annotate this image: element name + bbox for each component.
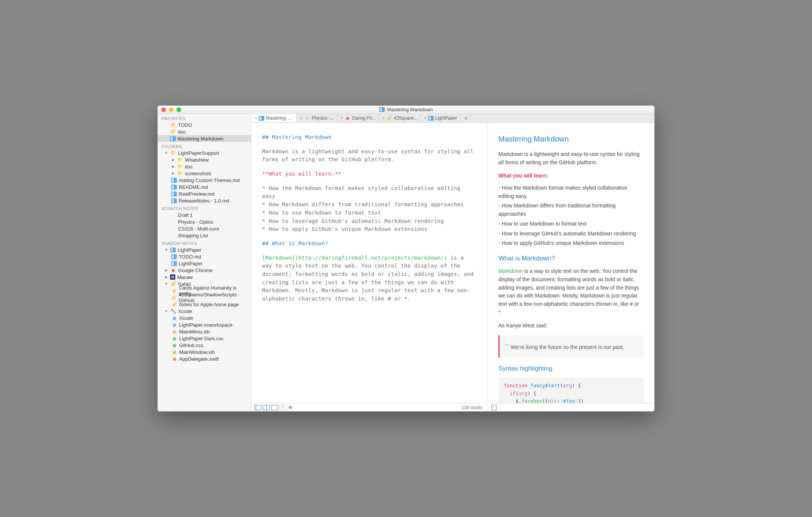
- editor-heading: ## What is Markdown?: [262, 240, 328, 246]
- disclosure-icon[interactable]: ▼: [164, 282, 168, 286]
- sidebar-item[interactable]: 📁doc: [158, 128, 251, 135]
- file-icon: ▫: [170, 226, 176, 231]
- css-icon: ▦: [171, 343, 177, 348]
- disclosure-icon[interactable]: ▶: [171, 171, 175, 175]
- sidebar-item[interactable]: ▼📁LightPaperSupport: [158, 149, 251, 156]
- zoom-button[interactable]: [176, 107, 181, 112]
- disclosure-icon[interactable]: ▼: [164, 151, 168, 155]
- panes: ## Mastering Markdown Markdown is a ligh…: [251, 123, 654, 403]
- sidebar-item-label: Macaw: [177, 274, 193, 280]
- sync-scroll-icon[interactable]: ↕: [491, 405, 497, 410]
- disclosure-icon[interactable]: ▶: [171, 158, 175, 162]
- app-icon: [170, 136, 176, 141]
- sidebar-item-label: LightPaper: [178, 247, 201, 253]
- disclosure-icon[interactable]: ▶: [164, 275, 168, 279]
- preview-para: Markdown is a lightweight and easy-to-us…: [498, 150, 644, 167]
- toggle-sidebar-icon[interactable]: [255, 405, 261, 410]
- folder-icon: 📁: [177, 171, 183, 176]
- new-tab-button[interactable]: +: [461, 114, 471, 122]
- tab[interactable]: ×◉Daring Fir...: [337, 114, 379, 122]
- preview-h3: What is Markdown?: [498, 254, 644, 263]
- editor-bullet: * How the Markdown format makes styled c…: [262, 185, 464, 199]
- app-icon: [171, 178, 177, 183]
- preview-toggle-icon[interactable]: 👁: [288, 405, 293, 411]
- folders-header: FOLDERS: [158, 142, 251, 149]
- close-tab-icon[interactable]: ×: [340, 115, 343, 121]
- close-tab-icon[interactable]: ×: [300, 115, 303, 121]
- sidebar-item[interactable]: ▦GitHub.css: [158, 342, 251, 349]
- sidebar-item[interactable]: ▼LightPaper: [158, 246, 251, 253]
- sidebar[interactable]: FAVORITES 📁TODO📁docMastering Markdown FO…: [158, 114, 251, 411]
- editor-para: Markdown is a lightweight and easy-to-us…: [262, 148, 477, 164]
- tab[interactable]: ×🧭42Square...: [379, 114, 421, 122]
- sidebar-item-label: doc: [185, 164, 193, 170]
- main: FAVORITES 📁TODO📁docMastering Markdown FO…: [158, 114, 654, 411]
- app-icon: [259, 116, 264, 121]
- sidebar-item[interactable]: ▫Draft 1: [158, 212, 251, 218]
- tab[interactable]: ×LightPaper: [421, 114, 461, 122]
- tab-label: Mastering Mar...: [266, 115, 294, 121]
- preview-pane[interactable]: Mastering Markdown Markdown is a lightwe…: [488, 123, 654, 403]
- list-item: How to apply GitHub's unique Markdown ex…: [498, 239, 644, 248]
- favorites-header: FAVORITES: [158, 114, 251, 121]
- disclosure-icon[interactable]: ▶: [164, 268, 168, 272]
- traffic-lights: [158, 107, 181, 112]
- editor-pane[interactable]: ## Mastering Markdown Markdown is a ligh…: [251, 123, 488, 403]
- sidebar-item-label: Xcode: [179, 315, 193, 321]
- editor-bullet: * How to apply GitHub's unique Markdown …: [262, 226, 427, 232]
- folder-icon: 📁: [170, 122, 176, 128]
- sidebar-item[interactable]: ▦AppDelegate.swift: [158, 355, 251, 362]
- close-button[interactable]: [161, 107, 166, 112]
- preview-para: As Kanye West said:: [498, 322, 644, 330]
- sidebar-item[interactable]: ▼🔨Xcode: [158, 308, 251, 315]
- disclosure-icon[interactable]: ▼: [164, 248, 168, 252]
- sidebar-item-label: Adding Custom Themes.md: [179, 178, 240, 183]
- sidebar-item-label: ReleaseNotes - 1.0.md: [179, 198, 229, 204]
- sidebar-item[interactable]: ReleaseNotes - 1.0.md: [158, 197, 251, 204]
- sidebar-item[interactable]: 📁TODO: [158, 121, 251, 128]
- sidebar-item[interactable]: ▦MainWindow.xib: [158, 349, 251, 355]
- sidebar-item[interactable]: ▦LightPaper Dark.css: [158, 335, 251, 342]
- sidebar-item-label: Shopping List: [178, 233, 208, 238]
- sidebar-item[interactable]: TODO.md: [158, 253, 251, 260]
- sidebar-item[interactable]: ▫Shopping List: [158, 232, 251, 239]
- sidebar-item[interactable]: ▶📁doc: [158, 163, 251, 170]
- sidebar-item[interactable]: ▦LightPaper.xcworkspace: [158, 321, 251, 328]
- sidebar-item[interactable]: ▶📁WhatsNew: [158, 156, 251, 163]
- close-tab-icon[interactable]: ×: [424, 115, 426, 121]
- markdown-link[interactable]: Markdown: [498, 268, 523, 274]
- minimize-button[interactable]: [169, 107, 173, 112]
- preview-list: How the Markdown format makes styled col…: [498, 184, 644, 248]
- sidebar-item[interactable]: README.md: [158, 184, 251, 190]
- sidebar-item[interactable]: ▦Xcode: [158, 315, 251, 321]
- split-view-icon[interactable]: [263, 405, 270, 410]
- sidebar-item[interactable]: RealPreview.md: [158, 190, 251, 197]
- sidebar-item-label: MainMenu.xib: [179, 329, 210, 335]
- sidebar-item[interactable]: ▫CS316 - Multi-core: [158, 225, 251, 232]
- disclosure-icon[interactable]: ▼: [164, 309, 168, 313]
- tab[interactable]: ×≡Physics -...: [297, 114, 337, 122]
- editor-bold: **What you will learn:**: [262, 171, 342, 177]
- tab[interactable]: ×Mastering Mar...: [251, 114, 297, 122]
- sidebar-item[interactable]: ▫Physics - Optics: [158, 218, 251, 225]
- tab-label: LightPaper: [435, 115, 457, 121]
- close-tab-icon[interactable]: ×: [382, 115, 385, 121]
- sidebar-item[interactable]: ▶📁screenshots: [158, 170, 251, 177]
- close-tab-icon[interactable]: ×: [255, 115, 257, 121]
- layout-icon[interactable]: [271, 405, 278, 410]
- safari-icon: 🧭: [386, 115, 392, 121]
- sidebar-item[interactable]: ▶MMacaw: [158, 274, 251, 280]
- xcode-file-icon: ▦: [171, 322, 177, 327]
- sidebar-item[interactable]: Adding Custom Themes.md: [158, 177, 251, 184]
- disclosure-icon[interactable]: ▶: [171, 165, 175, 168]
- app-icon: [171, 185, 177, 190]
- r-icon[interactable]: R: [280, 405, 286, 410]
- sidebar-item[interactable]: Mastering Markdown: [158, 135, 251, 142]
- titlebar[interactable]: Mastering Markdown: [158, 106, 654, 114]
- sidebar-item[interactable]: LightPaper: [158, 260, 251, 267]
- sidebar-item[interactable]: ▶◉Google Chrome: [158, 267, 251, 274]
- sidebar-item[interactable]: ▦MainMenu.xib: [158, 328, 251, 335]
- sidebar-item[interactable]: 🧭42Squares/ShadowScripts · GitHub: [158, 294, 251, 301]
- sidebar-item[interactable]: 🧭Notes for Apple home page: [158, 301, 251, 308]
- app-icon: [170, 248, 176, 252]
